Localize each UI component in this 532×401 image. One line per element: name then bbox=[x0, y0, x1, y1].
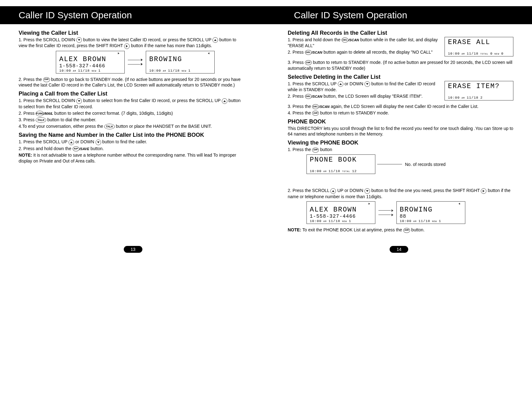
s1-step2-a: 2. Press the bbox=[19, 77, 43, 82]
lcd-phone-book: PNONE BOOK 10:00AM 11/18 TOTAL 12 bbox=[306, 154, 375, 174]
s6-text: This DIRECTORY lets you scroll through t… bbox=[288, 126, 514, 137]
del-button-icon: DEL bbox=[305, 50, 312, 55]
del-button-icon: DEL bbox=[312, 104, 319, 109]
lcd-new-label: NEW bbox=[432, 220, 437, 223]
right-column: Deleting All Records in the Caller List … bbox=[282, 27, 520, 234]
txt: or DOWN bbox=[344, 81, 364, 86]
annotation-connector bbox=[377, 164, 402, 164]
s1-step1-b: button to view the latest Caller ID reco… bbox=[83, 37, 212, 42]
rp-button-icon: R/P bbox=[73, 146, 79, 151]
note-label: NOTE: bbox=[288, 227, 302, 232]
section-delete-all: Deleting All Records in the Caller List bbox=[288, 30, 514, 36]
txt: button bbox=[320, 147, 332, 152]
lcd-line2 bbox=[149, 63, 211, 69]
section-selective-delete: Selective Deleting in the Caller List bbox=[288, 74, 514, 80]
txt: 4. Press the bbox=[288, 110, 312, 115]
dir-button-icon: DIR bbox=[403, 228, 410, 233]
section-phone-book: PHONE BOOK bbox=[288, 118, 514, 125]
swap-arrows bbox=[378, 209, 393, 216]
note-text: It is not advisable to save a telephone … bbox=[19, 153, 236, 163]
lcd-line2: 1-558-327-4466 bbox=[59, 63, 121, 69]
arrow-right-icon bbox=[141, 59, 143, 61]
s1-step1: 1. Press the SCROLL DOWN button to view … bbox=[19, 37, 244, 49]
lcd-line3: 10:00AM 11/18 2 bbox=[448, 96, 510, 100]
lcd-time: 10:00 bbox=[59, 69, 71, 73]
lcd-date: 11/18 bbox=[329, 169, 340, 173]
header-title-left: Caller ID System Operation bbox=[19, 10, 238, 20]
lcd-row-1: ALEX BROWN 1-558-327-4466 10:00AM 11/18 … bbox=[56, 51, 244, 74]
lcd-line1: ALEX BROWN bbox=[310, 206, 372, 214]
lcd-date: 11/18 bbox=[78, 69, 90, 73]
txt: 1. Press the SCROLL DOWN bbox=[19, 98, 76, 103]
txt: 2. Press and hold down the bbox=[19, 146, 73, 151]
dir-button-icon: DIR bbox=[305, 60, 312, 65]
s5-step4: 4. Press the DIR button to return to STA… bbox=[288, 110, 514, 116]
lcd-line3: 10:00AM 11/18 NEW1 bbox=[59, 69, 121, 73]
dir-button-icon: DIR bbox=[312, 148, 319, 153]
txt: button to find the caller. bbox=[102, 139, 147, 144]
arrow-right-icon bbox=[391, 214, 393, 216]
lcd-date: 11/18 bbox=[467, 52, 478, 56]
txt: 3. Press bbox=[288, 60, 305, 65]
scroll-down-icon bbox=[76, 98, 82, 104]
txt: button to return to STANDBY mode. (If no… bbox=[288, 60, 512, 71]
lcd-time: 10:00 bbox=[310, 219, 322, 223]
note-label: NOTE: bbox=[19, 153, 32, 158]
scan-suffix: /SCAN bbox=[319, 105, 329, 109]
arrow-right-icon bbox=[141, 63, 143, 65]
lcd-ampm: AM bbox=[414, 220, 417, 223]
lcd-browing-2: BROWING 88 10:00AM 11/18 NEW1 bbox=[396, 201, 465, 224]
s1-step2-b: button to go back to STANDBY mode. (If n… bbox=[19, 77, 241, 88]
lcd-count: 1 bbox=[349, 219, 351, 223]
shift-right-icon bbox=[481, 188, 486, 194]
txt: 1. Press the bbox=[288, 147, 312, 152]
lcd-row-2: ALEX BROWN 1-558-327-4466 10:00AM 11/18 … bbox=[306, 201, 514, 224]
lcd-ampm: AM bbox=[462, 97, 465, 99]
lcd-ampm: AM bbox=[73, 70, 76, 72]
dir-button-icon: DIR bbox=[312, 111, 319, 116]
header-title-right: Caller ID System Operation bbox=[238, 10, 514, 20]
lcd-count: 2 bbox=[480, 96, 483, 100]
lcd-total-label: TOTAL bbox=[342, 170, 350, 173]
s2-step2: 2. Press FUNC/MAIL button to select the … bbox=[19, 110, 244, 116]
lcd-time: 10:00 bbox=[448, 52, 460, 56]
lcd-line1: ERASE ALL bbox=[448, 38, 510, 46]
func-button-icon: FUNC bbox=[36, 111, 44, 116]
lcd-count: 1 bbox=[188, 69, 191, 73]
txt: 1. Press the SCROLL UP bbox=[19, 139, 69, 144]
lcd-time: 10:00 bbox=[149, 69, 161, 73]
s1-step1-a: 1. Press the SCROLL DOWN bbox=[19, 37, 76, 42]
lcd-date: 11/18 bbox=[168, 69, 180, 73]
scroll-up-icon bbox=[212, 37, 218, 43]
s4-step3: 3. Press DIR button to return to STANDBY… bbox=[288, 60, 514, 71]
dir-button-icon: DIR bbox=[43, 77, 50, 82]
lcd-line1: BROWING bbox=[400, 206, 462, 214]
left-column: Viewing the Caller List 1. Press the SCR… bbox=[12, 27, 251, 234]
scroll-down-icon bbox=[364, 81, 370, 87]
txt: 2. Press the SCROLL bbox=[288, 188, 331, 193]
lcd-left-indicator-icon bbox=[458, 203, 460, 205]
lcd-line3: 10:00AM 11/18 NEW1 bbox=[149, 69, 211, 73]
lcd-new-label: NEW bbox=[181, 70, 186, 72]
lcd-count: 1 bbox=[98, 69, 101, 73]
lcd-line2: 1-558-327-4466 bbox=[310, 214, 372, 219]
scan-suffix: /SCAN bbox=[312, 95, 322, 98]
txt: 3. Press the bbox=[288, 104, 312, 109]
records-annotation: No. of records stored bbox=[377, 162, 446, 167]
shift-right-icon bbox=[124, 43, 130, 49]
lcd-new: 0 bbox=[501, 52, 504, 56]
lcd-left-indicator-icon bbox=[208, 52, 209, 54]
talk-button-icon: TALK bbox=[36, 117, 46, 123]
note-text2: button. bbox=[411, 227, 425, 232]
lcd-ampm: AM bbox=[462, 53, 465, 55]
lcd-time: 10:00 bbox=[400, 219, 412, 223]
s1-step1-d: button if the name has more than 11digit… bbox=[131, 43, 212, 48]
lcd-ampm: AM bbox=[163, 70, 166, 72]
lcd-date: 11/18 bbox=[467, 96, 478, 100]
page-numbers: 13 14 bbox=[0, 246, 532, 253]
lcd-ampm: AM bbox=[324, 220, 327, 223]
txt: UP or DOWN bbox=[337, 188, 364, 193]
lcd-time: 10:00 bbox=[448, 96, 460, 100]
txt: 2. Press bbox=[19, 111, 36, 116]
lcd-line3: 10:00AM 11/18 NEW1 bbox=[400, 219, 462, 223]
